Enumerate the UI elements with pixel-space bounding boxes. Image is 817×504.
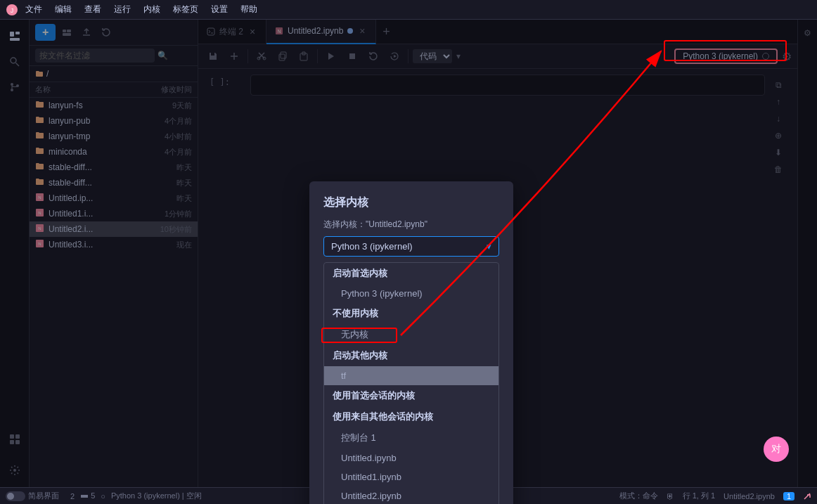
chat-icon: 对 [771, 443, 781, 455]
menu-kernel[interactable]: 内核 [138, 2, 166, 17]
block-icon [80, 492, 89, 500]
dialog-title: 选择内核 [323, 195, 499, 210]
kernel-menu-item[interactable]: 无内核 [324, 324, 498, 345]
kernel-menu-item: 启动其他内核 [324, 345, 498, 366]
svg-text:J: J [11, 7, 14, 14]
kernel-menu-item: 不使用内核 [324, 303, 498, 324]
simple-mode-toggle[interactable]: 简易界面 [6, 491, 59, 501]
menu-edit[interactable]: 编辑 [49, 2, 77, 17]
status-position: 行 1, 列 1 [683, 491, 715, 501]
status-shield: ⛨ [667, 492, 674, 500]
status-block-count: 5 [80, 491, 95, 500]
kernel-dropdown[interactable]: Python 3 (ipykernel) ▾ [323, 236, 499, 257]
status-mode: 模式：命令 [619, 491, 658, 501]
kernel-menu-item[interactable]: tf [324, 366, 498, 385]
kernel-menu-item[interactable]: Python 3 (ipykernel) [324, 284, 498, 303]
svg-rect-37 [81, 495, 88, 498]
kernel-menu: 启动首选内核Python 3 (ipykernel)不使用内核无内核启动其他内核… [323, 262, 499, 504]
status-cell-count: 2 [70, 492, 75, 500]
status-kernel-status: Python 3 (ipykernel) | 空闲 [111, 491, 202, 501]
notification-icon [803, 492, 811, 500]
kernel-dropdown-value: Python 3 (ipykernel) [331, 241, 413, 252]
kernel-menu-item[interactable]: Untitled1.ipynb [324, 467, 498, 486]
kernel-menu-item: 使用来自其他会话的内核 [324, 406, 498, 427]
dropdown-arrow-icon: ▾ [487, 241, 491, 252]
kernel-menu-item[interactable]: 控制台 1 [324, 427, 498, 448]
menu-settings[interactable]: 设置 [205, 2, 233, 17]
status-notification: 1 [783, 492, 795, 500]
menu-help[interactable]: 帮助 [235, 2, 263, 17]
menu-tabs[interactable]: 标签页 [167, 2, 204, 17]
dialog-overlay: 选择内核 选择内核："Untitled2.ipynb" Python 3 (ip… [0, 20, 817, 487]
kernel-dialog: 选择内核 选择内核："Untitled2.ipynb" Python 3 (ip… [309, 181, 513, 504]
simple-mode-label: 简易界面 [28, 491, 59, 501]
top-menubar: J 文件 编辑 查看 运行 内核 标签页 设置 帮助 [0, 0, 817, 20]
menu-run[interactable]: 运行 [108, 2, 136, 17]
status-right: 模式：命令 ⛨ 行 1, 列 1 Untitled2.ipynb 1 [619, 491, 811, 501]
app-logo-icon: J [6, 4, 18, 16]
kernel-menu-item: 启动首选内核 [324, 263, 498, 284]
menu-file[interactable]: 文件 [20, 2, 48, 17]
status-filename: Untitled2.ipynb [723, 492, 775, 500]
chat-button[interactable]: 对 [764, 437, 789, 462]
kernel-menu-item[interactable]: Untitled2.ipynb [324, 486, 498, 504]
kernel-menu-item: 使用首选会话的内核 [324, 385, 498, 406]
status-cursor-icon: ○ [101, 492, 105, 500]
toggle-knob [7, 493, 14, 500]
menu-view[interactable]: 查看 [79, 2, 107, 17]
dialog-subtitle: 选择内核："Untitled2.ipynb" [323, 219, 499, 231]
kernel-menu-item[interactable]: Untitled.ipynb [324, 448, 498, 467]
toggle-track [6, 491, 25, 501]
